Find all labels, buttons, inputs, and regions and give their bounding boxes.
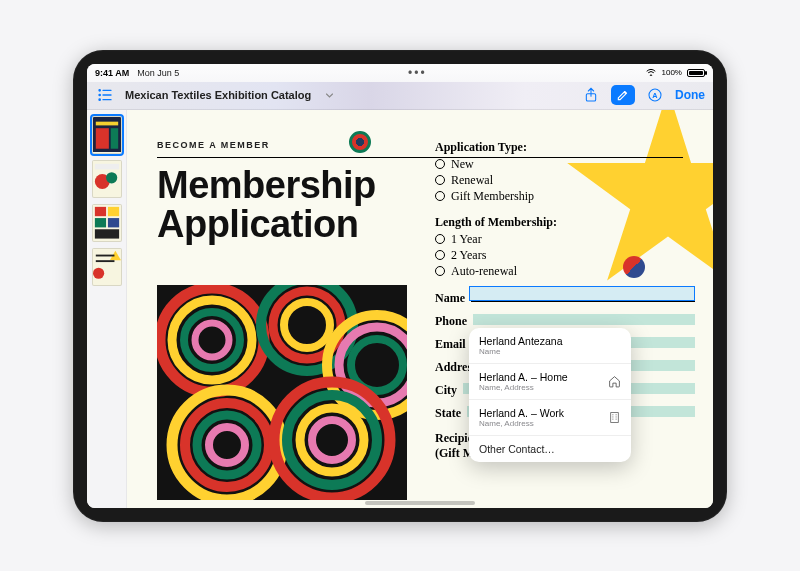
building-icon: [607, 410, 621, 424]
thumbnail-sidebar[interactable]: [87, 110, 127, 508]
svg-point-27: [93, 267, 104, 278]
svg-rect-21: [108, 218, 119, 227]
status-time: 9:41 AM: [95, 68, 129, 78]
more-icon[interactable]: •••: [408, 66, 427, 80]
content-area: BECOME A MEMBER MembershipApplication: [87, 110, 713, 508]
autofill-popover: Herland AntezanaName Herland A. – HomeNa…: [469, 328, 631, 462]
chevron-down-icon[interactable]: [325, 86, 334, 104]
radio-1year[interactable]: 1 Year: [435, 232, 695, 247]
svg-rect-12: [111, 128, 118, 149]
wifi-icon: [645, 67, 657, 78]
share-icon[interactable]: [581, 85, 601, 105]
radio-new[interactable]: New: [435, 157, 695, 172]
svg-rect-10: [96, 121, 118, 125]
document-page[interactable]: BECOME A MEMBER MembershipApplication: [127, 110, 713, 508]
radio-2years[interactable]: 2 Years: [435, 248, 695, 263]
svg-text:A: A: [652, 91, 658, 100]
svg-point-4: [99, 99, 100, 100]
svg-rect-19: [108, 206, 119, 215]
radio-auto[interactable]: Auto-renewal: [435, 264, 695, 279]
sidebar-toggle-icon[interactable]: [95, 85, 115, 105]
status-date: Mon Jun 5: [137, 68, 179, 78]
status-bar: 9:41 AM Mon Jun 5 ••• 100%: [87, 64, 713, 82]
phone-label: Phone: [435, 314, 467, 329]
autofill-icon[interactable]: A: [645, 85, 665, 105]
svg-rect-47: [610, 412, 618, 422]
svg-rect-18: [95, 206, 106, 215]
ipad-device-frame: 9:41 AM Mon Jun 5 ••• 100% Mexican Texti…: [73, 50, 727, 522]
svg-rect-22: [95, 229, 119, 238]
textile-artwork: [157, 285, 407, 500]
state-label: State: [435, 406, 461, 421]
phone-input[interactable]: [473, 313, 695, 325]
page-thumbnail-4[interactable]: [92, 248, 122, 286]
autofill-suggestion-3[interactable]: Herland A. – WorkName, Address: [469, 400, 631, 436]
svg-point-15: [106, 172, 117, 183]
name-label: Name: [435, 291, 465, 306]
page-thumbnail-1[interactable]: [92, 116, 122, 154]
page-thumbnail-3[interactable]: [92, 204, 122, 242]
done-button[interactable]: Done: [675, 88, 705, 102]
autofill-other-contact[interactable]: Other Contact…: [469, 436, 631, 462]
home-indicator[interactable]: [365, 501, 475, 505]
svg-point-0: [99, 90, 100, 91]
toolbar: Mexican Textiles Exhibition Catalog A Do…: [87, 82, 713, 110]
autofill-suggestion-1[interactable]: Herland AntezanaName: [469, 328, 631, 364]
svg-rect-16: [95, 163, 119, 169]
document-title[interactable]: Mexican Textiles Exhibition Catalog: [125, 89, 311, 101]
markup-button[interactable]: [611, 85, 635, 105]
battery-percent: 100%: [662, 68, 682, 77]
city-label: City: [435, 383, 457, 398]
radio-gift[interactable]: Gift Membership: [435, 189, 695, 204]
battery-icon: [687, 69, 705, 77]
name-input[interactable]: [471, 290, 695, 302]
page-thumbnail-2[interactable]: [92, 160, 122, 198]
decorative-badge: [349, 131, 371, 153]
autofill-suggestion-2[interactable]: Herland A. – HomeName, Address: [469, 364, 631, 400]
email-label: Email: [435, 337, 466, 352]
svg-rect-25: [96, 254, 115, 256]
length-label: Length of Membership:: [435, 215, 695, 230]
home-icon: [607, 374, 621, 388]
svg-point-2: [99, 94, 100, 95]
svg-rect-20: [95, 218, 106, 227]
screen: 9:41 AM Mon Jun 5 ••• 100% Mexican Texti…: [87, 64, 713, 508]
radio-renewal[interactable]: Renewal: [435, 173, 695, 188]
application-type-label: Application Type:: [435, 140, 695, 155]
svg-rect-11: [96, 128, 109, 149]
svg-rect-26: [96, 260, 115, 262]
